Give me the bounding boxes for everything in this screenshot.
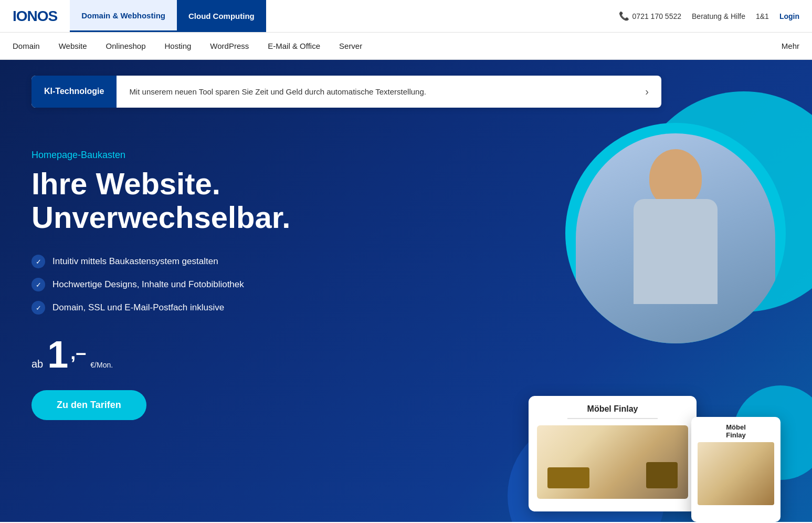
feature-item-1: ✓ Intuitiv mittels Baukastensystem gesta… [31, 255, 346, 268]
price-per-month: €/Mon. [90, 361, 113, 369]
ki-banner-text: Mit unserem neuen Tool sparen Sie Zeit u… [117, 78, 632, 106]
hero-title: Ihre Website. Unverwechselbar. [31, 167, 346, 234]
hero-subtitle: Homepage-Baukasten [31, 150, 346, 161]
furniture-shape-1 [547, 467, 589, 488]
nav-more[interactable]: Mehr [782, 41, 799, 50]
person-head [649, 149, 702, 207]
mock-screen-small-image [698, 442, 774, 505]
price-cents: ,– [70, 342, 86, 364]
ki-label: KI-Technologie [31, 76, 117, 108]
help-link[interactable]: Beratung & Hilfe [692, 12, 745, 20]
price-number: 1 [47, 336, 68, 373]
phone-area: 📞 0721 170 5522 [619, 11, 681, 21]
login-button[interactable]: Login [779, 12, 799, 20]
price-area: ab 1 ,– €/Mon. [31, 336, 346, 373]
person-body [634, 199, 718, 304]
mock-screen-small: Möbel Finlay [691, 417, 781, 522]
hero-person-circle [565, 123, 786, 343]
top-nav: IONOS Domain & Webhosting Cloud Computin… [0, 0, 812, 33]
secondary-nav-list: Domain Website Onlineshop Hosting WordPr… [13, 41, 362, 51]
feature-text-3: Domain, SSL und E-Mail-Postfach inklusiv… [52, 302, 224, 313]
phone-icon: 📞 [619, 11, 629, 21]
feature-item-2: ✓ Hochwertige Designs, Inhalte und Fotob… [31, 278, 346, 291]
mock-screen-large-image [537, 425, 688, 499]
hero-section: KI-Technologie Mit unserem neuen Tool sp… [0, 60, 812, 522]
feature-item-3: ✓ Domain, SSL und E-Mail-Postfach inklus… [31, 301, 346, 315]
brand-link[interactable]: 1&1 [756, 12, 769, 20]
nav-website[interactable]: Website [59, 41, 87, 50]
phone-number[interactable]: 0721 170 5522 [632, 12, 681, 20]
nav-email-office[interactable]: E-Mail & Office [268, 41, 320, 50]
nav-onlineshop[interactable]: Onlineshop [106, 41, 146, 50]
hero-person-image [576, 133, 775, 343]
tab-domain-webhosting[interactable]: Domain & Webhosting [70, 0, 177, 32]
logo[interactable]: IONOS [0, 8, 70, 25]
hero-image-area: Möbel Finlay Möbel Finlay [445, 123, 812, 522]
checkmark-icon-3: ✓ [31, 301, 45, 315]
screen-divider [567, 418, 658, 419]
hero-content: Homepage-Baukasten Ihre Website. Unverwe… [31, 150, 346, 421]
feature-text-1: Intuitiv mittels Baukastensystem gestalt… [52, 256, 218, 267]
furniture-shape-2 [646, 462, 678, 488]
mock-screen-large: Möbel Finlay [529, 396, 697, 511]
top-right-area: 📞 0721 170 5522 Beratung & Hilfe 1&1 Log… [619, 11, 812, 21]
hero-title-line1: Ihre Website. [31, 166, 220, 201]
nav-tabs: Domain & Webhosting Cloud Computing [70, 0, 266, 32]
nav-hosting[interactable]: Hosting [165, 41, 192, 50]
nav-server[interactable]: Server [339, 41, 362, 50]
hero-title-line2: Unverwechselbar. [31, 200, 290, 234]
cta-tarifen-button[interactable]: Zu den Tarifen [31, 390, 146, 420]
ki-arrow-icon: › [632, 86, 661, 98]
nav-domain[interactable]: Domain [13, 41, 40, 50]
tab-cloud-computing[interactable]: Cloud Computing [177, 0, 266, 32]
ki-banner[interactable]: KI-Technologie Mit unserem neuen Tool sp… [31, 76, 661, 108]
secondary-nav: Domain Website Onlineshop Hosting WordPr… [0, 33, 812, 60]
mock-screen-large-title: Möbel Finlay [537, 404, 688, 414]
feature-text-2: Hochwertige Designs, Inhalte und Fotobib… [52, 279, 244, 290]
hero-features-list: ✓ Intuitiv mittels Baukastensystem gesta… [31, 255, 346, 315]
price-ab-label: ab [31, 358, 43, 370]
checkmark-icon-2: ✓ [31, 278, 45, 291]
nav-wordpress[interactable]: WordPress [210, 41, 249, 50]
mock-screen-small-title: Möbel Finlay [698, 423, 774, 439]
checkmark-icon-1: ✓ [31, 255, 45, 268]
